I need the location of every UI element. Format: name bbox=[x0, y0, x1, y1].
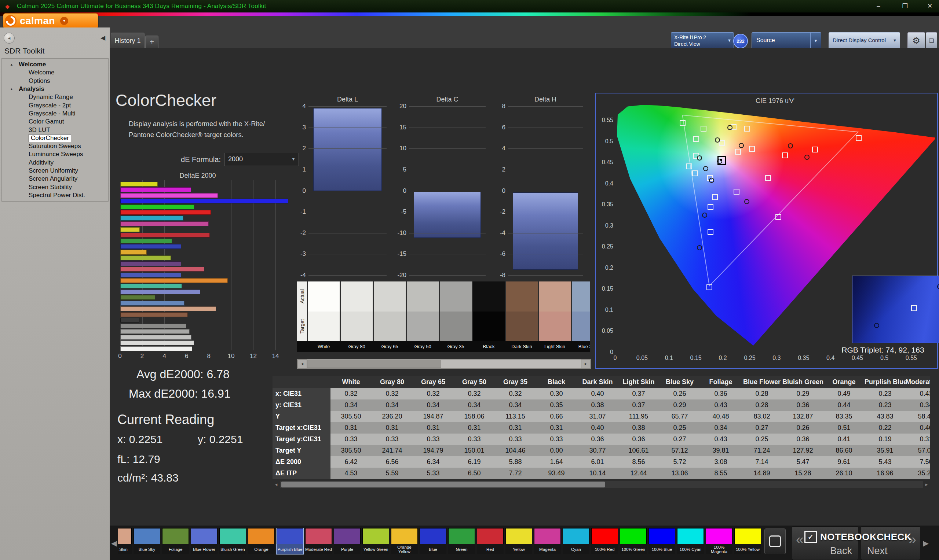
table-cell: 71.24 bbox=[741, 445, 782, 456]
table-scrollbar[interactable]: ◄ ► bbox=[273, 481, 930, 488]
scroll-right-icon[interactable]: ► bbox=[581, 360, 591, 368]
patch-button-100-green[interactable]: 100% Green bbox=[620, 528, 647, 554]
sidebar-item-screen-angularity[interactable]: Screen Angularity bbox=[2, 175, 108, 183]
table-cell: 30.77 bbox=[577, 445, 618, 456]
cie-1976-panel[interactable]: CIE 1976 u'v' RGB Triplet: 74, 92, 163 0… bbox=[595, 93, 938, 369]
pattern-window-button[interactable] bbox=[765, 528, 786, 554]
sidebar-item-3d-lut[interactable]: 3D LUT bbox=[2, 126, 108, 134]
patch-button-foliage[interactable]: Foliage bbox=[162, 528, 189, 554]
patch-button-100-red[interactable]: 100% Red bbox=[591, 528, 618, 554]
scroll-left-icon[interactable]: ◄ bbox=[298, 360, 307, 368]
table-cell: 305.50 bbox=[330, 411, 372, 422]
sidebar-item-additivity[interactable]: Additivity bbox=[2, 159, 108, 167]
collapse-icon[interactable]: ▲ bbox=[10, 87, 15, 91]
patch-button-light-skin[interactable]: Light Skin bbox=[118, 528, 132, 554]
patch-button-cyan[interactable]: Cyan bbox=[563, 528, 589, 554]
sidebar-item-luminance-sweeps[interactable]: Luminance Sweeps bbox=[2, 150, 108, 158]
chart-title: Delta C bbox=[409, 95, 486, 103]
patch-button-100-magenta[interactable]: 100% Magenta bbox=[706, 528, 732, 554]
patch-button-100-yellow[interactable]: 100% Yellow bbox=[734, 528, 761, 554]
patch-button-red[interactable]: Red bbox=[477, 528, 504, 554]
sidebar-item-color-gamut[interactable]: Color Gamut bbox=[2, 118, 108, 126]
patch-button-yellow[interactable]: Yellow bbox=[506, 528, 532, 554]
add-tab-button[interactable]: + bbox=[145, 35, 159, 48]
sidebar: ◄ ◀ SDR Toolkit ▲WelcomeWelcomeOptions▲A… bbox=[0, 28, 110, 560]
patch-button-purple[interactable]: Purple bbox=[334, 528, 361, 554]
patch-button-green[interactable]: Green bbox=[448, 528, 475, 554]
patch-button-purplish-blue[interactable]: Purplish Blue bbox=[276, 528, 303, 554]
table-cell: 6.01 bbox=[577, 456, 618, 468]
patch-button-bluish-green[interactable]: Bluish Green bbox=[219, 528, 246, 554]
patches-scroll-right-icon[interactable]: ▶ bbox=[923, 539, 929, 548]
swatch-target-gray-35 bbox=[440, 312, 472, 341]
swatch-label: Gray 50 bbox=[407, 344, 439, 349]
scrollbar-thumb[interactable] bbox=[307, 360, 441, 368]
patch-button-moderate-red[interactable]: Moderate Red bbox=[305, 528, 332, 554]
logo-menu-chevron-icon[interactable]: ▼ bbox=[60, 17, 68, 25]
scrollbar-thumb[interactable] bbox=[281, 482, 605, 488]
sidebar-item-screen-stability[interactable]: Screen Stability bbox=[2, 183, 108, 191]
collapse-icon[interactable]: ▲ bbox=[10, 63, 15, 66]
de-formula-dropdown[interactable]: 2000 ▼ bbox=[224, 153, 299, 166]
patch-button-blue-sky[interactable]: Blue Sky bbox=[134, 528, 160, 554]
swatch-actual-gray-65 bbox=[374, 282, 406, 312]
patch-button-orange[interactable]: Orange bbox=[248, 528, 275, 554]
table-cell: 6.50 bbox=[454, 468, 495, 479]
patch-button-magenta[interactable]: Magenta bbox=[534, 528, 561, 554]
patch-swatch bbox=[118, 528, 132, 544]
settings-button[interactable]: ⚙ bbox=[907, 32, 925, 49]
calman-logo[interactable]: calman ▼ bbox=[3, 13, 98, 29]
patch-button-yellow-green[interactable]: Yellow Green bbox=[362, 528, 389, 554]
bar-100-red bbox=[120, 210, 211, 215]
tab-history-1[interactable]: History 1 bbox=[111, 32, 145, 48]
gridline bbox=[508, 254, 583, 254]
meter-dropdown[interactable]: X-Rite i1Pro 2 Direct View ▼ bbox=[671, 32, 734, 49]
sidebar-item-screen-uniformity[interactable]: Screen Uniformity bbox=[2, 167, 108, 175]
sidebar-item-colorchecker[interactable]: ColorChecker bbox=[2, 134, 108, 142]
display-control-dropdown[interactable]: Direct Display Control ▼ bbox=[829, 32, 900, 49]
source-dropdown[interactable]: Source ▼ bbox=[752, 32, 821, 49]
patch-button-orange-yellow[interactable]: Orange Yellow bbox=[391, 528, 418, 554]
patch-button-100-cyan[interactable]: 100% Cyan bbox=[677, 528, 704, 554]
sidebar-item-analysis[interactable]: ▲Analysis bbox=[2, 85, 108, 93]
meter-count-badge[interactable]: 232 bbox=[733, 34, 748, 48]
chart-title: DeltaE 2000 bbox=[120, 172, 276, 180]
patch-button-100-blue[interactable]: 100% Blue bbox=[649, 528, 675, 554]
scroll-left-icon[interactable]: ◄ bbox=[273, 481, 280, 488]
patch-swatch bbox=[219, 528, 246, 544]
swatch-scrollbar[interactable]: ◄ ► bbox=[297, 359, 591, 369]
back-circle-button[interactable]: ◄ bbox=[4, 32, 15, 44]
sidebar-item-welcome[interactable]: ▲Welcome bbox=[2, 60, 108, 69]
bar-gray-50 bbox=[120, 329, 190, 334]
patch-button-blue[interactable]: Blue bbox=[419, 528, 446, 554]
table-row-x-cie31: x: CIE310.320.320.320.320.320.300.400.37… bbox=[273, 388, 930, 400]
bar-dark-skin bbox=[120, 312, 188, 317]
x-tick-label: 0.25 bbox=[740, 355, 759, 362]
swatch-actual-light-skin bbox=[539, 282, 571, 312]
sidebar-item-saturation-sweeps[interactable]: Saturation Sweeps bbox=[2, 142, 108, 150]
table-cell: 35.91 bbox=[865, 445, 906, 456]
patch-swatch bbox=[448, 528, 475, 544]
maximize-button[interactable]: ❐ bbox=[899, 2, 911, 11]
y-tick-label: 0.55 bbox=[597, 117, 613, 123]
sidebar-item-grayscale-multi[interactable]: Grayscale - Multi bbox=[2, 109, 108, 118]
scroll-right-icon[interactable]: ► bbox=[923, 481, 930, 488]
sidebar-item-dynamic-range[interactable]: Dynamic Range bbox=[2, 93, 108, 101]
sidebar-item-grayscale-2pt[interactable]: Grayscale - 2pt bbox=[2, 101, 108, 109]
minimize-button[interactable]: – bbox=[872, 2, 885, 11]
table-cell: 43.83 bbox=[865, 411, 906, 422]
close-button[interactable]: ✕ bbox=[924, 2, 936, 11]
patch-button-blue-flower[interactable]: Blue Flower bbox=[191, 528, 217, 554]
layout-button[interactable]: ❏ bbox=[926, 32, 937, 49]
sidebar-item-options[interactable]: Options bbox=[2, 77, 108, 85]
table-cell: 104.46 bbox=[495, 445, 536, 456]
swatch-actual-dark-skin bbox=[506, 282, 538, 312]
sidebar-item-spectral-power-dist[interactable]: Spectral Power Dist. bbox=[2, 191, 108, 199]
target-point bbox=[692, 171, 698, 176]
swatch-target-dark-skin bbox=[506, 312, 538, 341]
sidebar-item-welcome[interactable]: Welcome bbox=[2, 69, 108, 77]
collapse-sidebar-icon[interactable]: ◀ bbox=[100, 34, 105, 42]
patches-scroll-left-icon[interactable]: ◀ bbox=[111, 539, 117, 548]
target-point bbox=[686, 163, 692, 169]
table-cell: 0.43 bbox=[700, 434, 741, 445]
